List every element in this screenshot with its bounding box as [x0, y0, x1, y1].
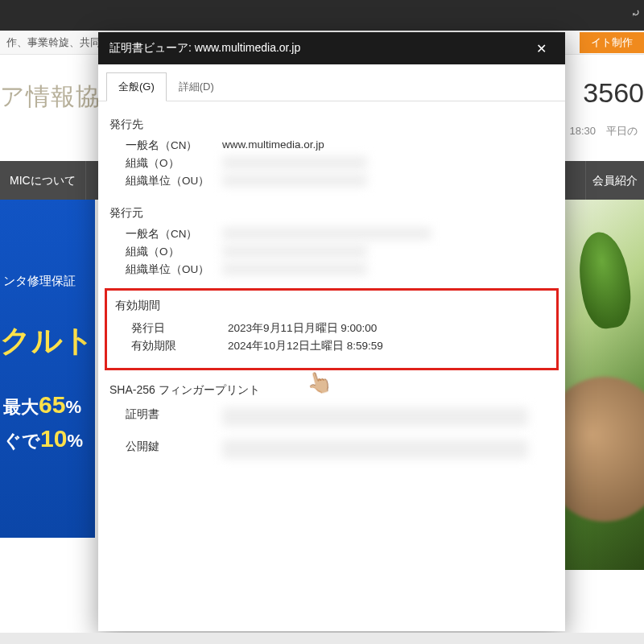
- issued-to-ou-row: 組織単位（OU）: [126, 174, 557, 188]
- sha-pubkey-label: 公開鍵: [126, 440, 222, 459]
- dialog-tabs: 全般(G) 詳細(D): [98, 64, 565, 101]
- issued-by-o-row: 組織（O）: [126, 245, 557, 259]
- hero-discount-1-pre: 最大: [3, 397, 39, 417]
- issued-by-cn-label: 一般名（CN）: [126, 227, 222, 242]
- certificate-viewer-dialog: 証明書ビューア: www.multimedia.or.jp ✕ 全般(G) 詳細…: [98, 32, 565, 631]
- sha-pubkey-value-redacted: [222, 440, 528, 459]
- issued-to-ou-value-redacted: [222, 174, 367, 187]
- issued-to-o-value-redacted: [222, 156, 367, 169]
- issued-date-label: 発行日: [131, 321, 228, 336]
- issued-date-value: 2023年9月11日月曜日 9:00:00: [228, 321, 551, 336]
- site-logo-fragment: ア情報協: [0, 80, 101, 114]
- tab-general[interactable]: 全般(G): [106, 72, 167, 101]
- nav-item-members[interactable]: 会員紹介: [585, 161, 644, 200]
- browser-chrome-bar: ⤾: [0, 0, 644, 31]
- hero-discount-1: 最大65%: [3, 391, 81, 419]
- expires-date-label: 有効期限: [131, 339, 228, 353]
- section-validity-title: 有効期間: [115, 299, 551, 313]
- hero-discount-2-suf: %: [67, 431, 83, 451]
- tab-details[interactable]: 詳細(D): [167, 72, 226, 101]
- close-icon[interactable]: ✕: [528, 41, 554, 56]
- issued-by-ou-label: 組織単位（OU）: [126, 262, 222, 277]
- phone-number-fragment: 3560: [583, 77, 644, 109]
- issued-by-o-value-redacted: [222, 245, 367, 258]
- chrome-corner-glyph: ⤾: [631, 6, 641, 19]
- hero-discount-1-suf: %: [65, 397, 81, 417]
- issued-to-cn-label: 一般名（CN）: [126, 138, 222, 153]
- hero-discount-2-pre: ぐで: [3, 431, 40, 451]
- issued-to-cn-row: 一般名（CN） www.multimedia.or.jp: [126, 138, 557, 153]
- dialog-title: 証明書ビューア: www.multimedia.or.jp: [109, 41, 528, 56]
- sha-cert-row: 証明書: [126, 407, 557, 427]
- issued-by-ou-value-redacted: [222, 262, 367, 275]
- issued-to-o-label: 組織（O）: [126, 156, 222, 171]
- section-issued-by-title: 発行元: [109, 206, 557, 221]
- hero-discount-1-pct: 65: [39, 391, 65, 418]
- site-production-button[interactable]: イト制作: [580, 32, 644, 53]
- sha-cert-label: 証明書: [126, 407, 222, 427]
- issued-to-cn-value: www.multimedia.or.jp: [222, 138, 557, 153]
- validity-period-highlight-box: 有効期間 発行日 2023年9月11日月曜日 9:00:00 有効期限 2024…: [105, 288, 559, 370]
- dialog-header: 証明書ビューア: www.multimedia.or.jp ✕: [98, 32, 565, 64]
- section-issued-to-title: 発行先: [109, 118, 557, 132]
- screenshot-bottom-edge: [0, 633, 644, 644]
- issued-date-row: 発行日 2023年9月11日月曜日 9:00:00: [131, 321, 551, 336]
- hero-discount-2: ぐで10%: [3, 425, 83, 453]
- issued-by-ou-row: 組織単位（OU）: [126, 262, 557, 277]
- hero-discount-2-pct: 10: [40, 425, 67, 452]
- hero-plant-image: [564, 200, 644, 570]
- dialog-body: 発行先 一般名（CN） www.multimedia.or.jp 組織（O） 組…: [98, 101, 565, 631]
- sha-cert-value-redacted: [222, 407, 528, 427]
- hero-banner: ンタ修理保証 クルト 最大65% ぐで10%: [0, 200, 95, 538]
- hero-subtitle: ンタ修理保証: [3, 274, 76, 289]
- business-hours-fragment: 18:30 平日の: [569, 124, 638, 138]
- sha-pubkey-row: 公開鍵: [126, 440, 557, 459]
- issued-to-o-row: 組織（O）: [126, 156, 557, 171]
- issued-by-o-label: 組織（O）: [126, 245, 222, 259]
- issued-to-ou-label: 組織単位（OU）: [126, 174, 222, 188]
- issued-by-cn-value-redacted: [222, 227, 431, 240]
- nav-item-about[interactable]: MICについて: [0, 161, 86, 200]
- hero-title: クルト: [0, 320, 94, 361]
- expires-date-value: 2024年10月12日土曜日 8:59:59: [228, 339, 551, 353]
- expires-date-row: 有効期限 2024年10月12日土曜日 8:59:59: [131, 339, 551, 353]
- issued-by-cn-row: 一般名（CN）: [126, 227, 557, 242]
